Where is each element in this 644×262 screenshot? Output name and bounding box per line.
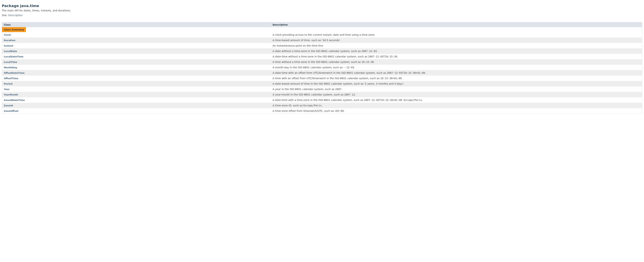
class-cell: Instant [2, 43, 271, 48]
page-title: Package java.time [2, 4, 642, 8]
description-code: --12-03 [343, 66, 354, 69]
class-link[interactable]: OffsetTime [4, 77, 18, 80]
class-link[interactable]: Clock [4, 34, 11, 36]
class-cell: YearMonth [2, 92, 271, 97]
description-text: A year in the ISO-8601 calendar system, … [272, 88, 335, 91]
description-cell: A date-based amount of time in the ISO-8… [271, 81, 642, 86]
description-text-post: . [422, 99, 423, 101]
description-code: 2007-12-03T10:15:30+01:00 [387, 71, 425, 74]
description-cell: A time-zone ID, such as Europe/Paris. [271, 103, 642, 108]
class-summary-table: Class Summary Class Description ClockA c… [2, 22, 642, 114]
class-link[interactable]: LocalTime [4, 61, 17, 63]
description-text: A date-time with an offset from UTC/Gree… [272, 71, 387, 74]
table-caption: Class Summary [2, 27, 26, 32]
description-cell: A date-time without a time-zone in the I… [271, 54, 642, 59]
table-caption-wrap: Class Summary Class Description ClockA c… [2, 22, 642, 114]
description-code: +02:00 [335, 109, 344, 112]
description-cell: An instantaneous point on the time-line. [271, 43, 642, 48]
class-link[interactable]: LocalDate [4, 50, 17, 53]
class-link[interactable]: ZoneOffset [4, 110, 18, 112]
description-text: A time-based amount of time, such as '34… [272, 39, 341, 42]
table-row: ZonedDateTimeA date-time with a time-zon… [2, 97, 642, 103]
col-header-description: Description [271, 22, 642, 27]
description-cell: A time with an offset from UTC/Greenwich… [271, 76, 642, 81]
description-text-post: . [402, 77, 402, 80]
see-line: See: Description [2, 14, 642, 17]
table-row: YearA year in the ISO-8601 calendar syst… [2, 86, 642, 92]
class-cell: Year [2, 86, 271, 92]
description-text: A date-time without a time-zone in the I… [272, 55, 368, 58]
description-code: 2007-12 [344, 93, 355, 96]
see-prefix: See: [2, 14, 8, 17]
table-row: PeriodA date-based amount of time in the… [2, 81, 642, 86]
description-text-post: . [344, 109, 344, 112]
table-row: YearMonthA year-month in the ISO-8601 ca… [2, 92, 642, 97]
class-link[interactable]: LocalDateTime [4, 55, 23, 58]
description-text-post: . [341, 88, 342, 91]
class-link[interactable]: Period [4, 82, 12, 85]
page-subtitle: The main API for dates, times, instants,… [2, 9, 642, 12]
class-cell: MonthDay [2, 65, 271, 70]
description-cell: A clock providing access to the current … [271, 32, 642, 38]
description-text: A date without a time-zone in the ISO-86… [272, 50, 362, 53]
description-code: 10:15:30 [362, 61, 374, 63]
class-link[interactable]: YearMonth [4, 93, 18, 96]
class-link[interactable]: Year [4, 88, 10, 91]
description-text: A year-month in the ISO-8601 calendar sy… [272, 93, 344, 96]
class-link[interactable]: Duration [4, 39, 16, 42]
class-link[interactable]: ZonedDateTime [4, 99, 25, 101]
description-code: 10:15:30+01:00 [380, 77, 402, 80]
description-text: A time-zone offset from Greenwich/UTC, s… [272, 109, 335, 112]
description-cell: A time without a time-zone in the ISO-86… [271, 59, 642, 65]
table-row: LocalDateTimeA date-time without a time-… [2, 54, 642, 59]
table-row: ClockA clock providing access to the cur… [2, 32, 642, 38]
class-link[interactable]: MonthDay [4, 66, 17, 69]
description-text-post: . [425, 71, 426, 74]
table-row: InstantAn instantaneous point on the tim… [2, 43, 642, 48]
class-cell: ZoneOffset [2, 108, 271, 114]
description-cell: A year-month in the ISO-8601 calendar sy… [271, 92, 642, 97]
description-code: 2007-12-03T10:15:30+01:00 Europe/Paris [364, 99, 422, 101]
description-text: A time-zone ID, such as [272, 104, 303, 107]
table-row: MonthDayA month-day in the ISO-8601 cale… [2, 65, 642, 70]
description-cell: A date-time with an offset from UTC/Gree… [271, 70, 642, 76]
description-cell: A year in the ISO-8601 calendar system, … [271, 86, 642, 92]
class-cell: LocalTime [2, 59, 271, 65]
table-header-row: Class Description [2, 22, 642, 27]
col-header-class: Class [2, 22, 271, 27]
description-text-post: . [354, 66, 355, 69]
class-cell: ZonedDateTime [2, 97, 271, 103]
class-link[interactable]: OffsetDateTime [4, 72, 24, 74]
class-cell: LocalDateTime [2, 54, 271, 59]
description-cell: A date-time with a time-zone in the ISO-… [271, 97, 642, 103]
class-cell: ZoneId [2, 103, 271, 108]
table-row: LocalDateA date without a time-zone in t… [2, 48, 642, 54]
class-cell: Period [2, 81, 271, 86]
description-cell: A time-zone offset from Greenwich/UTC, s… [271, 108, 642, 114]
description-link[interactable]: Description [8, 14, 23, 17]
description-cell: A date without a time-zone in the ISO-86… [271, 48, 642, 54]
class-link[interactable]: ZoneId [4, 104, 13, 107]
description-text: A clock providing access to the current … [272, 33, 375, 36]
description-code: 2007 [335, 88, 341, 91]
description-code: Europe/Paris [303, 104, 322, 107]
description-text: A time with an offset from UTC/Greenwich… [272, 77, 380, 80]
table-row: ZoneOffsetA time-zone offset from Greenw… [2, 108, 642, 114]
table-row: OffsetTimeA time with an offset from UTC… [2, 76, 642, 81]
description-cell: A time-based amount of time, such as '34… [271, 38, 642, 43]
description-text: A month-day in the ISO-8601 calendar sys… [272, 66, 343, 69]
description-text-post: . [374, 61, 374, 63]
class-cell: Duration [2, 38, 271, 43]
table-row: ZoneIdA time-zone ID, such as Europe/Par… [2, 103, 642, 108]
description-cell: A month-day in the ISO-8601 calendar sys… [271, 65, 642, 70]
class-link[interactable]: Instant [4, 44, 13, 47]
description-text: A time without a time-zone in the ISO-86… [272, 61, 362, 63]
description-text-post: . [377, 50, 378, 53]
description-text: An instantaneous point on the time-line. [272, 44, 324, 47]
table-row: LocalTimeA time without a time-zone in t… [2, 59, 642, 65]
class-cell: OffsetTime [2, 76, 271, 81]
description-code: 2007-12-03 [362, 50, 377, 53]
description-text: A date-based amount of time in the ISO-8… [272, 82, 404, 85]
description-text-post: . [355, 93, 356, 96]
class-cell: LocalDate [2, 48, 271, 54]
